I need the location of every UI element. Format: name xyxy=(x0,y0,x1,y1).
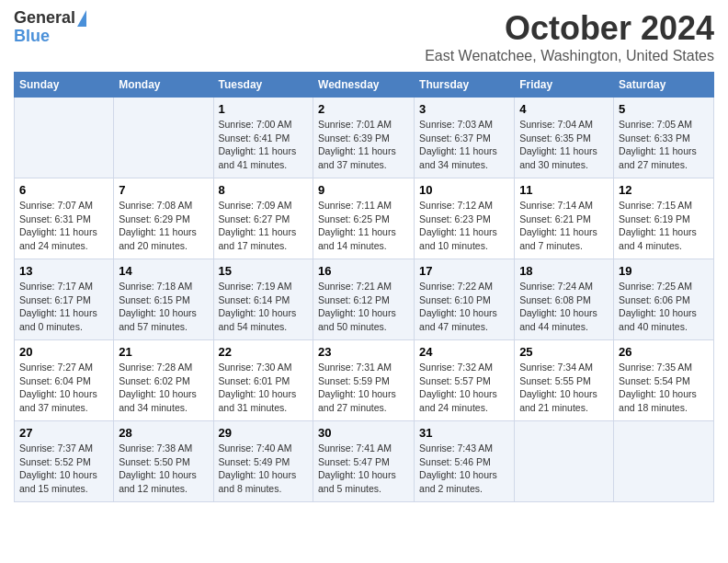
day-number: 17 xyxy=(419,264,509,278)
day-cell: 12Sunrise: 7:15 AMSunset: 6:19 PMDayligh… xyxy=(614,178,714,259)
day-info: Sunrise: 7:04 AMSunset: 6:35 PMDaylight:… xyxy=(519,118,609,172)
day-info: Sunrise: 7:24 AMSunset: 6:08 PMDaylight:… xyxy=(519,280,609,334)
day-number: 30 xyxy=(318,426,409,440)
calendar-table: SundayMondayTuesdayWednesdayThursdayFrid… xyxy=(14,72,714,502)
week-row-1: 1Sunrise: 7:00 AMSunset: 6:41 PMDaylight… xyxy=(15,98,714,178)
day-cell: 11Sunrise: 7:14 AMSunset: 6:21 PMDayligh… xyxy=(515,178,614,259)
day-number: 7 xyxy=(119,183,208,197)
day-info: Sunrise: 7:34 AMSunset: 5:55 PMDaylight:… xyxy=(519,361,609,415)
day-cell: 7Sunrise: 7:08 AMSunset: 6:29 PMDaylight… xyxy=(114,178,213,259)
day-info: Sunrise: 7:30 AMSunset: 6:01 PMDaylight:… xyxy=(219,361,309,415)
day-cell: 19Sunrise: 7:25 AMSunset: 6:06 PMDayligh… xyxy=(614,259,714,340)
day-info: Sunrise: 7:12 AMSunset: 6:23 PMDaylight:… xyxy=(419,199,509,253)
day-number: 8 xyxy=(219,183,309,197)
day-cell: 17Sunrise: 7:22 AMSunset: 6:10 PMDayligh… xyxy=(415,259,515,340)
logo: General Blue xyxy=(14,9,86,46)
day-cell: 24Sunrise: 7:32 AMSunset: 5:57 PMDayligh… xyxy=(415,340,515,421)
day-number: 19 xyxy=(619,264,709,278)
day-info: Sunrise: 7:18 AMSunset: 6:15 PMDaylight:… xyxy=(119,280,208,334)
day-number: 22 xyxy=(219,345,309,359)
day-number: 3 xyxy=(419,102,509,116)
day-cell xyxy=(15,98,114,178)
day-info: Sunrise: 7:14 AMSunset: 6:21 PMDaylight:… xyxy=(519,199,609,253)
day-number: 15 xyxy=(219,264,309,278)
day-cell: 31Sunrise: 7:43 AMSunset: 5:46 PMDayligh… xyxy=(415,421,515,502)
day-info: Sunrise: 7:01 AMSunset: 6:39 PMDaylight:… xyxy=(318,118,409,172)
weekday-header-sunday: Sunday xyxy=(15,73,114,98)
day-cell: 22Sunrise: 7:30 AMSunset: 6:01 PMDayligh… xyxy=(213,340,313,421)
day-info: Sunrise: 7:00 AMSunset: 6:41 PMDaylight:… xyxy=(219,118,309,172)
day-info: Sunrise: 7:22 AMSunset: 6:10 PMDaylight:… xyxy=(419,280,509,334)
day-number: 24 xyxy=(419,345,509,359)
day-info: Sunrise: 7:07 AMSunset: 6:31 PMDaylight:… xyxy=(19,199,108,253)
day-cell: 23Sunrise: 7:31 AMSunset: 5:59 PMDayligh… xyxy=(313,340,415,421)
day-info: Sunrise: 7:11 AMSunset: 6:25 PMDaylight:… xyxy=(318,199,409,253)
day-cell: 8Sunrise: 7:09 AMSunset: 6:27 PMDaylight… xyxy=(213,178,313,259)
day-cell: 26Sunrise: 7:35 AMSunset: 5:54 PMDayligh… xyxy=(614,340,714,421)
day-info: Sunrise: 7:15 AMSunset: 6:19 PMDaylight:… xyxy=(619,199,709,253)
day-info: Sunrise: 7:43 AMSunset: 5:46 PMDaylight:… xyxy=(419,442,509,496)
location-title: East Wenatchee, Washington, United State… xyxy=(425,48,714,64)
header: General Blue October 2024 East Wenatchee… xyxy=(14,9,714,64)
calendar-container: General Blue October 2024 East Wenatchee… xyxy=(0,0,728,511)
month-title: October 2024 xyxy=(425,9,714,48)
day-cell: 28Sunrise: 7:38 AMSunset: 5:50 PMDayligh… xyxy=(114,421,213,502)
weekday-header-tuesday: Tuesday xyxy=(213,73,313,98)
day-info: Sunrise: 7:27 AMSunset: 6:04 PMDaylight:… xyxy=(19,361,108,415)
day-info: Sunrise: 7:17 AMSunset: 6:17 PMDaylight:… xyxy=(19,280,108,334)
day-cell: 9Sunrise: 7:11 AMSunset: 6:25 PMDaylight… xyxy=(313,178,415,259)
week-row-2: 6Sunrise: 7:07 AMSunset: 6:31 PMDaylight… xyxy=(15,178,714,259)
day-info: Sunrise: 7:38 AMSunset: 5:50 PMDaylight:… xyxy=(119,442,208,496)
day-info: Sunrise: 7:25 AMSunset: 6:06 PMDaylight:… xyxy=(619,280,709,334)
weekday-header-saturday: Saturday xyxy=(614,73,714,98)
day-number: 4 xyxy=(519,102,609,116)
day-cell xyxy=(614,421,714,502)
day-cell: 6Sunrise: 7:07 AMSunset: 6:31 PMDaylight… xyxy=(15,178,114,259)
day-number: 12 xyxy=(619,183,709,197)
day-info: Sunrise: 7:32 AMSunset: 5:57 PMDaylight:… xyxy=(419,361,509,415)
day-number: 28 xyxy=(119,426,208,440)
day-info: Sunrise: 7:21 AMSunset: 6:12 PMDaylight:… xyxy=(318,280,409,334)
day-number: 23 xyxy=(318,345,409,359)
weekday-header-row: SundayMondayTuesdayWednesdayThursdayFrid… xyxy=(15,73,714,98)
title-section: October 2024 East Wenatchee, Washington,… xyxy=(425,9,714,64)
day-number: 6 xyxy=(19,183,108,197)
weekday-header-monday: Monday xyxy=(114,73,213,98)
day-number: 9 xyxy=(318,183,409,197)
day-info: Sunrise: 7:37 AMSunset: 5:52 PMDaylight:… xyxy=(19,442,108,496)
logo-text-blue: Blue xyxy=(14,28,50,46)
day-cell: 29Sunrise: 7:40 AMSunset: 5:49 PMDayligh… xyxy=(213,421,313,502)
day-number: 26 xyxy=(619,345,709,359)
day-info: Sunrise: 7:28 AMSunset: 6:02 PMDaylight:… xyxy=(119,361,208,415)
weekday-header-wednesday: Wednesday xyxy=(313,73,415,98)
day-info: Sunrise: 7:08 AMSunset: 6:29 PMDaylight:… xyxy=(119,199,208,253)
week-row-4: 20Sunrise: 7:27 AMSunset: 6:04 PMDayligh… xyxy=(15,340,714,421)
day-cell: 10Sunrise: 7:12 AMSunset: 6:23 PMDayligh… xyxy=(415,178,515,259)
day-number: 21 xyxy=(119,345,208,359)
day-number: 16 xyxy=(318,264,409,278)
day-info: Sunrise: 7:03 AMSunset: 6:37 PMDaylight:… xyxy=(419,118,509,172)
day-number: 29 xyxy=(219,426,309,440)
day-info: Sunrise: 7:40 AMSunset: 5:49 PMDaylight:… xyxy=(219,442,309,496)
day-cell: 13Sunrise: 7:17 AMSunset: 6:17 PMDayligh… xyxy=(15,259,114,340)
day-cell xyxy=(515,421,614,502)
day-info: Sunrise: 7:19 AMSunset: 6:14 PMDaylight:… xyxy=(219,280,309,334)
day-number: 20 xyxy=(19,345,108,359)
day-cell: 16Sunrise: 7:21 AMSunset: 6:12 PMDayligh… xyxy=(313,259,415,340)
day-cell: 15Sunrise: 7:19 AMSunset: 6:14 PMDayligh… xyxy=(213,259,313,340)
day-number: 10 xyxy=(419,183,509,197)
day-number: 18 xyxy=(519,264,609,278)
day-cell: 25Sunrise: 7:34 AMSunset: 5:55 PMDayligh… xyxy=(515,340,614,421)
logo-triangle-icon xyxy=(77,10,86,27)
day-cell: 4Sunrise: 7:04 AMSunset: 6:35 PMDaylight… xyxy=(515,98,614,178)
day-cell: 14Sunrise: 7:18 AMSunset: 6:15 PMDayligh… xyxy=(114,259,213,340)
day-cell: 5Sunrise: 7:05 AMSunset: 6:33 PMDaylight… xyxy=(614,98,714,178)
weekday-header-thursday: Thursday xyxy=(415,73,515,98)
day-cell: 2Sunrise: 7:01 AMSunset: 6:39 PMDaylight… xyxy=(313,98,415,178)
day-number: 1 xyxy=(219,102,309,116)
weekday-header-friday: Friday xyxy=(515,73,614,98)
day-info: Sunrise: 7:35 AMSunset: 5:54 PMDaylight:… xyxy=(619,361,709,415)
day-number: 5 xyxy=(619,102,709,116)
day-cell: 18Sunrise: 7:24 AMSunset: 6:08 PMDayligh… xyxy=(515,259,614,340)
day-number: 31 xyxy=(419,426,509,440)
